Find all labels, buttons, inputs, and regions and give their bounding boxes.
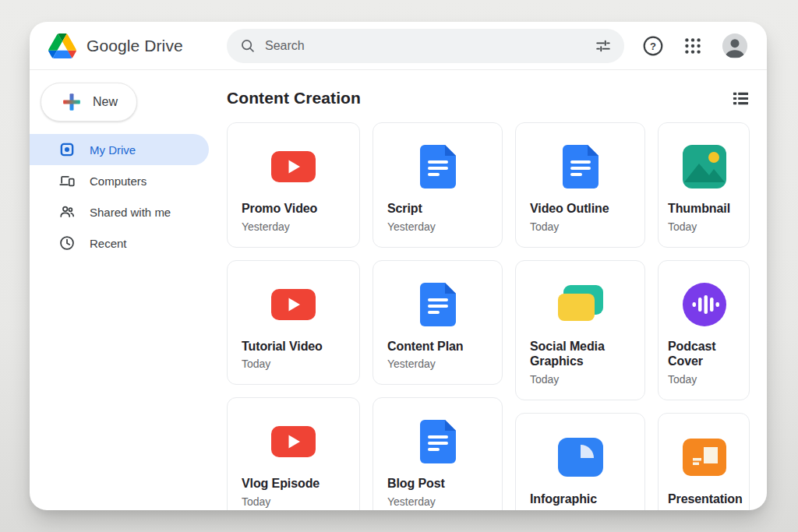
- sidebar-item-computers[interactable]: Computers: [30, 165, 209, 196]
- file-type-icon: [530, 143, 630, 190]
- new-button-label: New: [93, 95, 118, 109]
- file-type-icon: [530, 434, 630, 481]
- file-date: Yesterday: [387, 220, 488, 233]
- file-date: Yesterday: [387, 495, 488, 508]
- sidebar-item-my-drive[interactable]: My Drive: [30, 134, 209, 165]
- recent-icon: [58, 234, 76, 252]
- tune-icon[interactable]: [595, 37, 612, 55]
- file-title: Vlog Episode: [242, 476, 345, 491]
- file-type-icon: [387, 281, 488, 328]
- layered-cards-icon: [558, 285, 603, 324]
- youtube-icon: [271, 151, 316, 182]
- file-type-icon: [242, 418, 345, 465]
- brand: Google Drive: [48, 33, 227, 58]
- help-icon[interactable]: ?: [642, 35, 664, 57]
- file-card[interactable]: Thumbnail Today: [658, 122, 750, 248]
- file-type-icon: [668, 434, 741, 481]
- file-card[interactable]: Tutorial Video Today: [227, 260, 360, 386]
- file-type-icon: [387, 418, 488, 465]
- svg-text:?: ?: [650, 40, 656, 51]
- file-date: Today: [530, 220, 630, 233]
- file-card[interactable]: Presentation Yeserstay: [658, 413, 750, 510]
- file-title: Promo Video: [242, 201, 345, 217]
- file-grid-column: Video Outline Today Social Media Graphic…: [515, 122, 645, 510]
- file-date: Today: [242, 358, 345, 370]
- file-grid-column: Promo Video Yesterday Tutorial Video Tod…: [227, 122, 360, 510]
- avatar[interactable]: [722, 33, 748, 59]
- file-title: Podcast Cover: [668, 339, 741, 369]
- main-header: Content Creation: [227, 89, 750, 107]
- my-drive-icon: [58, 141, 76, 158]
- computers-icon: [58, 172, 76, 189]
- file-title: Presentation: [668, 491, 741, 507]
- file-grid-column: Thumbnail Today Podcast Cover Today Pres…: [658, 122, 750, 510]
- file-date: Yesterday: [242, 220, 345, 233]
- youtube-icon: [271, 289, 316, 320]
- sidebar-item-label: Computers: [90, 174, 147, 188]
- google-drive-logo-icon: [48, 33, 76, 58]
- google-docs-icon: [420, 420, 456, 463]
- file-card[interactable]: Promo Video Yesterday: [227, 122, 360, 248]
- google-docs-icon: [420, 145, 456, 188]
- file-date: Today: [242, 495, 345, 508]
- app-title: Google Drive: [87, 37, 183, 55]
- sidebar-item-label: Shared with me: [90, 206, 171, 219]
- search-bar[interactable]: [227, 29, 624, 63]
- file-type-icon: [668, 281, 741, 328]
- file-type-icon: [387, 143, 488, 190]
- file-title: Social Media Graphics: [530, 339, 630, 369]
- audio-waveform-icon: [683, 283, 726, 326]
- file-title: Infographic: [530, 491, 630, 507]
- file-type-icon: [242, 281, 345, 328]
- list-view-icon[interactable]: [732, 90, 750, 107]
- file-date: Yesterday: [387, 358, 488, 370]
- pie-chart-icon: [558, 438, 603, 477]
- presentation-icon: [683, 439, 726, 476]
- file-type-icon: [242, 143, 345, 190]
- file-card[interactable]: Podcast Cover Today: [658, 260, 750, 400]
- file-card[interactable]: Vlog Episode Today: [227, 397, 360, 510]
- file-card[interactable]: Content Plan Yesterday: [373, 260, 503, 386]
- shared-with-me-icon: [58, 203, 76, 220]
- main-panel: Content Creation Promo Video Yesterday T…: [227, 70, 767, 510]
- image-icon: [683, 145, 726, 188]
- multicolor-plus-icon: [60, 90, 83, 114]
- sidebar: New My Drive Computers: [30, 70, 227, 510]
- file-card[interactable]: Video Outline Today: [515, 122, 645, 248]
- sidebar-item-shared-with-me[interactable]: Shared with me: [30, 196, 209, 227]
- apps-grid-icon[interactable]: [683, 36, 703, 56]
- top-bar: Google Drive ?: [30, 22, 767, 70]
- sidebar-item-label: Recent: [90, 237, 127, 250]
- file-title: Blog Post: [387, 476, 488, 491]
- youtube-icon: [271, 426, 316, 457]
- file-date: Today: [668, 220, 741, 233]
- file-grid: Promo Video Yesterday Tutorial Video Tod…: [227, 122, 750, 510]
- file-card[interactable]: Infographic Yesterday: [515, 413, 645, 510]
- sidebar-nav: My Drive Computers Shared with me: [30, 134, 227, 259]
- file-type-icon: [668, 143, 741, 190]
- google-drive-window: Google Drive ?: [30, 22, 767, 510]
- file-date: Today: [668, 373, 741, 386]
- file-title: Tutorial Video: [242, 339, 345, 354]
- file-card[interactable]: Social Media Graphics Today: [515, 260, 645, 400]
- new-button[interactable]: New: [41, 83, 137, 122]
- file-title: Script: [387, 201, 488, 217]
- page-title: Content Creation: [227, 89, 361, 107]
- file-date: Today: [530, 373, 630, 386]
- google-docs-icon: [420, 283, 456, 326]
- file-title: Content Plan: [387, 339, 488, 354]
- topbar-actions: ?: [642, 33, 748, 59]
- file-card[interactable]: Script Yesterday: [373, 122, 503, 248]
- search-icon: [239, 37, 256, 54]
- file-title: Thumbnail: [668, 201, 741, 217]
- sidebar-item-label: My Drive: [90, 143, 136, 157]
- file-type-icon: [530, 281, 630, 328]
- file-grid-column: Script Yesterday Content Plan Yesterday …: [373, 122, 503, 510]
- file-title: Video Outline: [530, 201, 630, 217]
- content-area: New My Drive Computers: [30, 70, 767, 510]
- file-card[interactable]: Blog Post Yesterday: [373, 397, 503, 510]
- sidebar-item-recent[interactable]: Recent: [30, 227, 209, 259]
- google-docs-icon: [563, 145, 598, 188]
- search-input[interactable]: [265, 39, 585, 53]
